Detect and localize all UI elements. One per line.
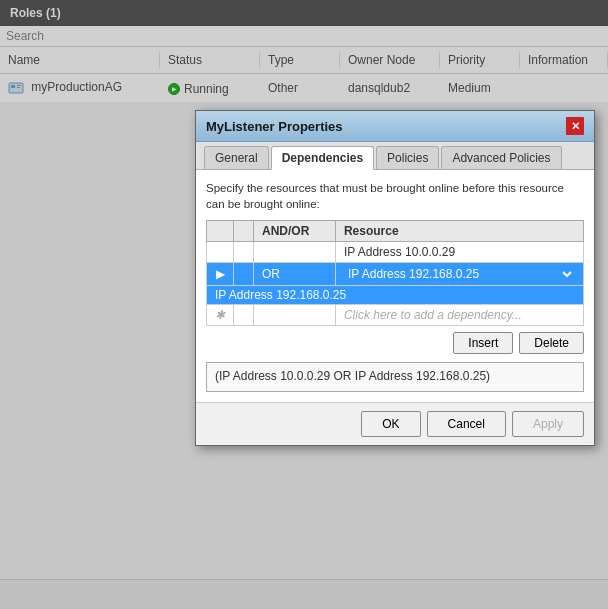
dep-row-2[interactable]: ▶ OR IP Address 192.168.0.25 IP Address … [207, 263, 584, 286]
row2-star [234, 263, 254, 286]
dialog-title: MyListener Properties [206, 119, 343, 134]
resource-dropdown[interactable]: IP Address 192.168.0.25 IP Address 10.0.… [344, 266, 575, 282]
row1-star [234, 242, 254, 263]
row1-andor [254, 242, 336, 263]
apply-button[interactable]: Apply [512, 411, 584, 437]
tab-advanced-policies[interactable]: Advanced Policies [441, 146, 561, 169]
row2-arrow: ▶ [207, 263, 234, 286]
row2-resource[interactable]: IP Address 192.168.0.25 IP Address 10.0.… [335, 263, 583, 286]
row2-andor: OR [254, 263, 336, 286]
tab-policies[interactable]: Policies [376, 146, 439, 169]
row3-placeholder[interactable]: Click here to add a dependency... [335, 305, 583, 326]
tab-general[interactable]: General [204, 146, 269, 169]
row3-andor [254, 305, 336, 326]
row1-arrow [207, 242, 234, 263]
expression-box: (IP Address 10.0.0.29 OR IP Address 192.… [206, 362, 584, 392]
dialog-title-bar: MyListener Properties ✕ [196, 111, 594, 142]
dialog-footer: OK Cancel Apply [196, 402, 594, 445]
dialog-description: Specify the resources that must be broug… [206, 180, 584, 212]
row1-resource: IP Address 10.0.0.29 [335, 242, 583, 263]
col-star-header [234, 221, 254, 242]
dialog-tabs: General Dependencies Policies Advanced P… [196, 142, 594, 170]
dependencies-table: AND/OR Resource IP Address 10.0.0. [206, 220, 584, 326]
ok-button[interactable]: OK [361, 411, 420, 437]
col-arrow-header [207, 221, 234, 242]
dialog-close-button[interactable]: ✕ [566, 117, 584, 135]
dep-row-1[interactable]: IP Address 10.0.0.29 [207, 242, 584, 263]
row3-empty [234, 305, 254, 326]
col-andor-header: AND/OR [254, 221, 336, 242]
cancel-button[interactable]: Cancel [427, 411, 506, 437]
row3-star: ✱ [207, 305, 234, 326]
dep-dropdown-suggestion[interactable]: IP Address 192.168.0.25 [207, 286, 584, 305]
insert-button[interactable]: Insert [453, 332, 513, 354]
dep-action-buttons: Insert Delete [206, 332, 584, 354]
col-resource-header: Resource [335, 221, 583, 242]
tab-dependencies[interactable]: Dependencies [271, 146, 374, 170]
properties-dialog: MyListener Properties ✕ General Dependen… [195, 110, 595, 446]
delete-button[interactable]: Delete [519, 332, 584, 354]
dialog-body: Specify the resources that must be broug… [196, 170, 594, 402]
dep-row-add[interactable]: ✱ Click here to add a dependency... [207, 305, 584, 326]
